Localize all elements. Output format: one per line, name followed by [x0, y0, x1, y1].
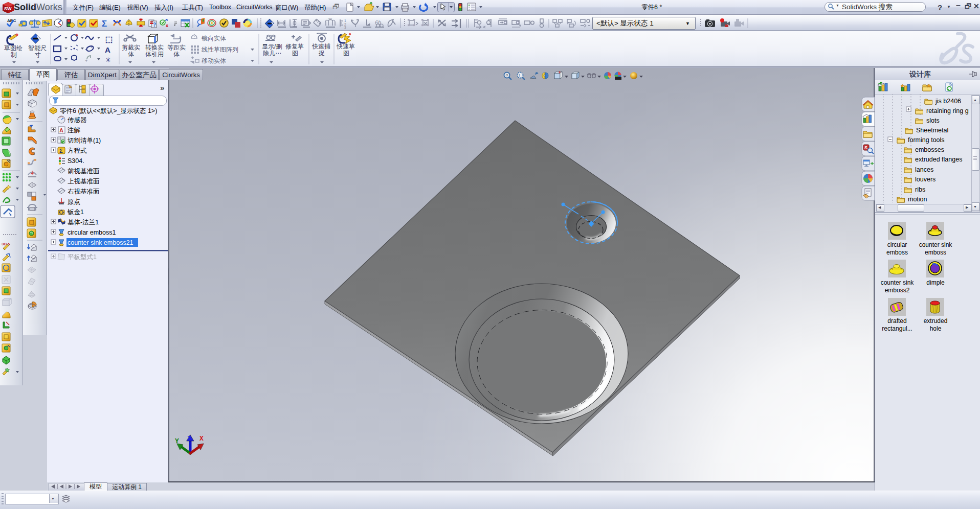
svg-text:体引用: 体引用	[145, 51, 164, 58]
svg-text:基体-法兰1: 基体-法兰1	[68, 219, 99, 226]
svg-text:S304.: S304.	[68, 157, 84, 165]
svg-text:Σ: Σ	[102, 19, 107, 29]
svg-text:线性草图阵列: 线性草图阵列	[202, 46, 238, 53]
svg-text:钣金1: 钣金1	[67, 209, 84, 216]
svg-text:X: X	[199, 435, 204, 443]
svg-text:方程式: 方程式	[68, 147, 87, 154]
svg-text:✳: ✳	[105, 56, 111, 64]
svg-text:A: A	[105, 45, 110, 54]
svg-text:drafted: drafted	[887, 317, 906, 325]
svg-text:修复草: 修复草	[285, 43, 304, 50]
svg-text:体: 体	[128, 51, 134, 58]
svg-text:等距实: 等距实	[167, 44, 186, 51]
svg-text:零件6 (默认<<默认>_显示状态 1>): 零件6 (默认<<默认>_显示状态 1>)	[60, 107, 157, 114]
svg-text:Z: Z	[187, 435, 191, 443]
svg-text:emboss: emboss	[925, 249, 946, 256]
svg-text:智能尺: 智能尺	[28, 44, 47, 52]
svg-text:原点: 原点	[68, 198, 80, 205]
svg-text:捉: 捉	[318, 50, 325, 57]
svg-text:前视基准面: 前视基准面	[68, 168, 100, 175]
svg-text:slots: slots	[926, 117, 940, 124]
svg-text:circular: circular	[887, 241, 907, 248]
svg-text:图: 图	[343, 50, 349, 57]
svg-text:1: 1	[344, 19, 346, 22]
svg-text:转换实: 转换实	[145, 44, 164, 51]
svg-text:circular emboss1: circular emboss1	[68, 229, 116, 236]
svg-text:图: 图	[292, 50, 298, 57]
svg-text:ribs: ribs	[915, 186, 925, 193]
svg-text:counter sink emboss21: counter sink emboss21	[68, 239, 133, 246]
svg-text:?: ?	[153, 22, 156, 28]
svg-text:SW: SW	[4, 6, 12, 11]
svg-text:快速草: 快速草	[336, 43, 355, 50]
svg-text:Sheetmetal: Sheetmetal	[916, 127, 948, 134]
svg-text:3: 3	[344, 26, 346, 29]
svg-text:剪裁实: 剪裁实	[122, 44, 140, 51]
svg-text:embosses: embosses	[915, 146, 944, 153]
svg-text:右视基准面: 右视基准面	[68, 188, 100, 195]
svg-text:+: +	[85, 58, 87, 63]
svg-text:retaining ring g: retaining ring g	[926, 107, 969, 114]
svg-text:草图绘: 草图绘	[4, 44, 23, 52]
svg-text:A: A	[59, 127, 63, 133]
svg-text:emboss2: emboss2	[885, 287, 910, 294]
svg-text:上视基准面: 上视基准面	[68, 178, 100, 185]
svg-text:dimple: dimple	[926, 279, 945, 286]
svg-text:⬚: ⬚	[105, 35, 113, 43]
svg-text:制: 制	[11, 51, 17, 58]
svg-text:快速捕: 快速捕	[311, 43, 330, 50]
svg-text:counter sink: counter sink	[881, 279, 915, 286]
svg-text:S: S	[864, 145, 867, 150]
svg-text:切割清单(1): 切割清单(1)	[67, 137, 101, 144]
svg-text:extruded: extruded	[924, 317, 948, 325]
svg-text:nm: nm	[328, 17, 332, 20]
svg-text:motion: motion	[908, 196, 927, 203]
svg-text:传感器: 传感器	[68, 117, 87, 124]
svg-text:extruded flanges: extruded flanges	[915, 156, 962, 163]
svg-text:平板型式1: 平板型式1	[68, 253, 97, 261]
svg-text:emboss: emboss	[886, 249, 908, 256]
svg-text:x: x	[166, 23, 168, 28]
svg-text:hole: hole	[930, 325, 942, 332]
svg-text:jis b2406: jis b2406	[935, 98, 961, 105]
svg-text:寸: 寸	[35, 51, 41, 58]
svg-text:除几⋯: 除几⋯	[263, 50, 281, 57]
svg-text:镜向实体: 镜向实体	[201, 35, 226, 42]
svg-text:lances: lances	[915, 166, 933, 173]
svg-text:Σ: Σ	[59, 148, 63, 154]
svg-text:显示/删: 显示/删	[262, 43, 282, 50]
svg-text:louvers: louvers	[915, 176, 936, 183]
svg-text:移动实体: 移动实体	[202, 57, 226, 64]
svg-text:forming tools: forming tools	[908, 136, 945, 144]
svg-text:Y: Y	[175, 437, 179, 445]
svg-text:rectangul...: rectangul...	[882, 325, 912, 332]
svg-text:注解: 注解	[67, 127, 81, 134]
svg-text:counter sink: counter sink	[919, 241, 953, 248]
svg-text:!: !	[519, 73, 520, 78]
svg-text:体: 体	[173, 51, 180, 58]
